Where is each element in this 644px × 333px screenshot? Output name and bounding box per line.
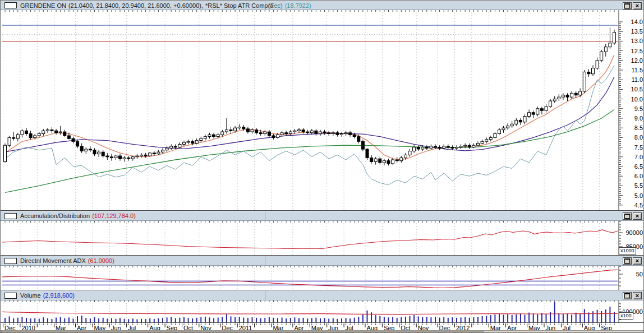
ad-panel-titlebar[interactable]: Accumulation/Distribution (107,129,784.0… xyxy=(1,211,643,221)
svg-text:10.0: 10.0 xyxy=(631,96,643,103)
scrollbar-thumb[interactable] xyxy=(1,331,484,333)
titlebar-separator xyxy=(265,211,265,220)
svg-text:12.0: 12.0 xyxy=(631,57,643,64)
adx-value: (61.0000) xyxy=(88,257,114,264)
fec-value: (18.7922) xyxy=(285,2,311,9)
svg-text:8.0: 8.0 xyxy=(634,134,643,141)
maximize-button[interactable] xyxy=(623,257,632,265)
adx-line-canvas[interactable]: 50 xyxy=(1,266,644,290)
close-icon: × xyxy=(636,3,639,8)
fec-indicator: (Fec) (18.7922) xyxy=(268,1,311,10)
ad-value: (107,129,784.0) xyxy=(92,212,136,219)
price-panel-titlebar[interactable]: GRENDENE ON (21.0400, 21.8400, 20.9400, … xyxy=(1,1,643,10)
maximize-icon xyxy=(624,214,630,219)
close-button[interactable]: × xyxy=(633,212,642,220)
chart-restore-icon[interactable] xyxy=(4,258,17,264)
svg-text:6.5: 6.5 xyxy=(634,163,643,170)
maximize-icon xyxy=(624,258,630,263)
maximize-button[interactable] xyxy=(623,292,632,299)
volume-multiplier-box: x100 xyxy=(619,312,633,320)
svg-text:13.0: 13.0 xyxy=(631,38,643,44)
price-system-label: *RSL* Stop ATR Compra xyxy=(205,2,273,9)
volume-value: (2,918,600) xyxy=(43,292,75,299)
svg-text:90000: 90000 xyxy=(625,229,643,236)
svg-text:6.0: 6.0 xyxy=(634,173,643,179)
horizontal-scrollbar[interactable] xyxy=(1,330,644,333)
close-icon: × xyxy=(636,214,639,219)
svg-text:12.5: 12.5 xyxy=(631,48,643,54)
svg-text:7.5: 7.5 xyxy=(634,144,643,151)
svg-text:10.5: 10.5 xyxy=(631,86,643,92)
price-candlestick-canvas[interactable]: 4.55.05.56.06.57.07.58.08.59.09.510.010.… xyxy=(1,10,644,210)
chart-restore-icon[interactable] xyxy=(4,293,17,299)
close-button[interactable]: × xyxy=(633,2,642,10)
svg-text:5.5: 5.5 xyxy=(634,182,643,189)
fec-label: (Fec) xyxy=(268,2,283,9)
svg-text:11.5: 11.5 xyxy=(631,67,643,73)
chart-restore-icon[interactable] xyxy=(4,213,17,219)
titlebar-separator xyxy=(265,1,265,10)
svg-text:13.5: 13.5 xyxy=(631,28,643,35)
svg-text:4.5: 4.5 xyxy=(634,202,643,209)
maximize-button[interactable] xyxy=(623,212,632,220)
chart-restore-icon[interactable] xyxy=(4,2,17,8)
svg-text:9.5: 9.5 xyxy=(634,105,643,112)
maximize-icon xyxy=(624,293,630,298)
close-icon: × xyxy=(636,293,639,298)
volume-chart-area[interactable]: 100000 x100 xyxy=(1,300,644,323)
adx-chart-area[interactable]: 50 xyxy=(1,266,644,290)
svg-text:8.5: 8.5 xyxy=(634,124,643,131)
ad-multiplier-box: x1000 xyxy=(619,247,636,255)
maximize-icon xyxy=(624,3,630,8)
ad-chart-area[interactable]: 9000085000 x1000 xyxy=(1,221,644,256)
svg-text:9.0: 9.0 xyxy=(634,115,643,122)
svg-text:11.0: 11.0 xyxy=(631,76,643,83)
svg-text:7.0: 7.0 xyxy=(634,154,643,160)
date-axis: Dec2010MarAprMayJunJulAugSepOctNovDec201… xyxy=(1,323,644,330)
metastock-window: GRENDENE ON (21.0400, 21.8400, 20.9400, … xyxy=(0,0,644,333)
close-icon: × xyxy=(636,258,639,263)
titlebar-separator xyxy=(265,291,265,300)
volume-panel-titlebar[interactable]: Volume (2,918,600) × xyxy=(1,290,643,300)
adx-title: Directnl Movement ADX xyxy=(20,257,86,264)
svg-text:5.0: 5.0 xyxy=(634,192,643,199)
adx-panel-titlebar[interactable]: Directnl Movement ADX (61.0000) × xyxy=(1,256,643,266)
price-quote: (21.0400, 21.8400, 20.9400, 21.6000, +0.… xyxy=(68,2,203,9)
volume-title: Volume xyxy=(20,292,41,299)
ad-title: Accumulation/Distribution xyxy=(20,212,90,219)
price-symbol: GRENDENE ON xyxy=(20,2,66,9)
ad-line-canvas[interactable]: 9000085000 xyxy=(1,221,644,255)
titlebar-separator xyxy=(265,256,265,265)
svg-text:50: 50 xyxy=(636,271,643,278)
maximize-button[interactable] xyxy=(623,2,632,10)
close-button[interactable]: × xyxy=(633,257,642,265)
price-chart-area[interactable]: 4.55.05.56.06.57.07.58.08.59.09.510.010.… xyxy=(1,10,644,211)
volume-bars-canvas[interactable]: 100000 xyxy=(1,300,644,322)
close-button[interactable]: × xyxy=(633,292,642,299)
svg-text:14.0: 14.0 xyxy=(631,18,643,25)
